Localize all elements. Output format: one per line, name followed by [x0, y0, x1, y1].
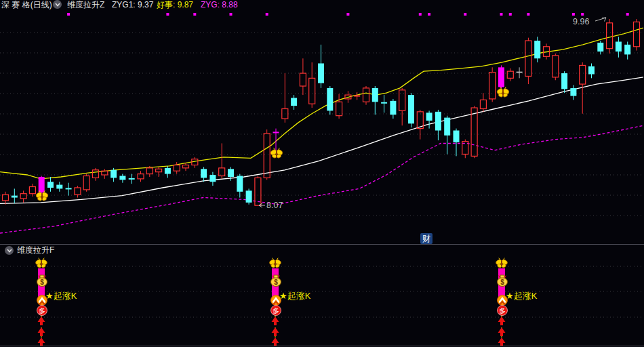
candle-body	[174, 165, 180, 171]
candle-body	[498, 67, 504, 87]
candle-body	[480, 100, 486, 108]
rise-signal-label: ★起涨K	[279, 291, 311, 301]
up-arrow-icon	[272, 327, 279, 336]
chevron-down-icon	[55, 3, 60, 7]
signal-dot	[67, 13, 70, 16]
candle-body	[570, 88, 576, 96]
butterfly-icon	[275, 261, 276, 266]
up-arrow-icon	[38, 317, 45, 325]
indicator-name: 维度拉升Z	[67, 0, 104, 10]
main-chart-header: 深 赛 格(日线) 维度拉升Z ZYG1: 9.37 好事: 9.87 ZYG:…	[0, 0, 644, 10]
zyg-value: ZYG: 8.88	[201, 0, 238, 10]
signal-dot	[428, 13, 430, 16]
stock-title: 深 赛 格(日线)	[1, 0, 52, 10]
chevron-down-icon	[7, 249, 12, 253]
candle-body	[561, 73, 567, 89]
dollar-sign: $	[500, 279, 504, 286]
candle-body	[110, 170, 117, 178]
candle-body	[489, 73, 496, 99]
candle-body	[616, 41, 622, 52]
signal-dot	[626, 13, 629, 16]
signal-dot	[230, 13, 233, 16]
candle-body	[201, 169, 207, 178]
window-bottom-border	[0, 346, 644, 346]
candle-body	[390, 101, 396, 115]
rise-signal-label: ★起涨K	[45, 291, 77, 301]
up-arrow-icon	[38, 327, 45, 336]
candle-body	[183, 165, 189, 167]
zyg1-value: ZYG1: 9.37	[112, 0, 153, 10]
candle-body	[399, 90, 405, 111]
up-arrow-icon	[272, 317, 279, 325]
annotation-arrow	[602, 18, 606, 18]
candle-body	[588, 66, 595, 75]
candle-body	[363, 88, 369, 102]
ma-line	[0, 125, 643, 233]
butterfly-icon	[41, 194, 43, 200]
candle-body	[580, 65, 586, 84]
candle-body	[507, 71, 513, 78]
candle-body	[119, 176, 125, 180]
money-bag-icon	[500, 275, 504, 278]
signal-dot	[509, 13, 512, 16]
candle-body	[408, 95, 414, 123]
signal-dot	[346, 13, 349, 16]
candle-body	[372, 88, 378, 102]
candle-body	[291, 98, 297, 106]
candle-body	[552, 56, 559, 77]
dollar-sign: $	[40, 279, 44, 286]
ma-line	[0, 28, 643, 179]
candle-body	[634, 22, 640, 46]
signal-dot	[527, 13, 529, 16]
candle-body	[237, 176, 243, 192]
up-arrow-icon	[498, 327, 506, 336]
duo-character: 多	[499, 307, 506, 314]
candle-body	[525, 41, 531, 76]
chart-canvas[interactable]: 9.968.07$多★起涨K$多★起涨K$多★起涨K	[0, 0, 644, 347]
candle-body	[318, 64, 324, 83]
candle-body	[83, 176, 89, 190]
signal-dot	[193, 13, 196, 16]
signal-dot	[166, 13, 169, 16]
butterfly-icon	[502, 90, 504, 96]
candle-body	[228, 169, 234, 177]
candle-body	[534, 41, 540, 58]
signal-dot	[464, 13, 466, 16]
sub-panel-collapse-button[interactable]	[5, 246, 14, 255]
candle-body	[597, 43, 603, 52]
signal-dot	[581, 13, 584, 16]
candle-body	[93, 170, 99, 178]
candle-body	[20, 194, 26, 199]
price-annotation: 8.07	[266, 201, 283, 210]
money-bag-icon	[40, 275, 44, 278]
signal-dot	[419, 13, 422, 16]
candle-body	[165, 168, 171, 174]
butterfly-icon	[501, 261, 502, 266]
up-arrow-icon	[498, 317, 506, 325]
butterfly-icon	[276, 151, 277, 157]
money-bag-icon	[274, 275, 278, 278]
rise-signal-label: ★起涨K	[506, 291, 538, 301]
dollar-sign: $	[274, 279, 278, 286]
candle-body	[607, 23, 613, 49]
candle-body	[12, 196, 18, 198]
candle-body	[47, 182, 54, 188]
candle-body	[246, 190, 252, 202]
sub-panel-header: 维度拉升F	[0, 245, 644, 256]
candle-body	[454, 131, 460, 142]
signal-dot	[500, 13, 503, 16]
butterfly-icon	[41, 261, 42, 266]
indicator-collapse-button[interactable]	[53, 0, 62, 9]
broker-logo-watermark: 财	[420, 233, 432, 244]
duo-character: 多	[39, 307, 45, 314]
duo-character: 多	[273, 307, 279, 314]
candle-body	[300, 73, 306, 86]
signal-dot	[572, 13, 575, 16]
signal-dot	[266, 13, 268, 16]
candle-body	[3, 195, 9, 201]
candle-body	[309, 78, 315, 104]
candle-body	[471, 108, 477, 156]
candle-body	[426, 113, 432, 121]
candle-body	[624, 45, 630, 55]
candle-body	[29, 187, 35, 194]
